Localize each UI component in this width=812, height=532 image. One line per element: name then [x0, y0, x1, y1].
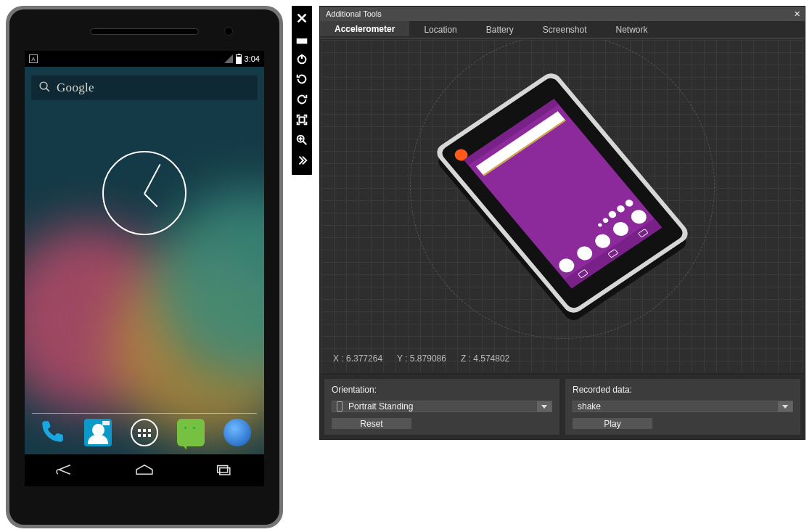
panel-bottom-form: Orientation: Portrait Standing Reset Rec… [320, 374, 805, 439]
recorded-data-group: Recorded data: shake Play [565, 379, 800, 435]
keyboard-indicator: A [29, 54, 38, 63]
home-button[interactable] [134, 462, 155, 480]
power-icon[interactable] [292, 49, 312, 69]
dock-divider [32, 413, 257, 414]
browser-app-icon[interactable] [223, 419, 251, 446]
single-window-icon[interactable] [292, 28, 312, 49]
panel-tabs: Accelerometer Location Battery Screensho… [320, 21, 805, 38]
recorded-data-value: shake [578, 401, 601, 412]
portrait-icon [337, 401, 343, 412]
coord-y: Y : 5.879086 [397, 353, 446, 364]
coord-z: Z : 4.574802 [461, 353, 509, 364]
svg-line-1 [46, 89, 49, 91]
accelerometer-coords: X : 6.377264 Y : 5.879086 Z : 4.574802 [333, 353, 509, 364]
contacts-app-icon[interactable] [84, 419, 112, 446]
tab-battery[interactable]: Battery [472, 21, 528, 38]
rotate-ccw-icon[interactable] [292, 69, 312, 89]
more-icon[interactable] [292, 150, 312, 171]
emulator-toolbar [292, 6, 312, 175]
svg-rect-4 [298, 39, 307, 43]
signal-icon [224, 54, 233, 63]
svg-rect-3 [218, 465, 228, 472]
recorded-data-label: Recorded data: [573, 385, 793, 395]
android-nav-bar [25, 454, 264, 486]
phone-app-icon[interactable] [38, 419, 65, 446]
tab-network[interactable]: Network [601, 21, 662, 38]
coord-x: X : 6.377264 [333, 353, 382, 364]
svg-rect-2 [220, 467, 230, 474]
recents-button[interactable] [214, 462, 234, 480]
orientation-group: Orientation: Portrait Standing Reset [324, 379, 559, 435]
device-speaker [90, 28, 199, 35]
clock-hour-hand [144, 193, 157, 207]
device-screen[interactable]: A 3:04 Google [25, 51, 264, 486]
search-icon [38, 81, 51, 95]
device-body: A 3:04 Google [9, 9, 279, 525]
recorded-data-select[interactable]: shake [573, 401, 793, 412]
orientation-select[interactable]: Portrait Standing [332, 401, 552, 412]
tab-location[interactable]: Location [409, 21, 471, 38]
additional-tools-panel: Additional Tools ✕ Accelerometer Locatio… [319, 6, 805, 440]
panel-titlebar[interactable]: Additional Tools ✕ [320, 7, 805, 21]
svg-point-0 [40, 82, 47, 89]
svg-rect-7 [299, 117, 304, 122]
back-button[interactable] [54, 462, 75, 480]
dock [32, 417, 257, 449]
chevron-down-icon[interactable] [537, 401, 551, 412]
search-widget[interactable]: Google [31, 75, 258, 100]
panel-title-text: Additional Tools [326, 9, 382, 18]
rotate-cw-icon[interactable] [292, 89, 312, 110]
orientation-value: Portrait Standing [348, 401, 413, 412]
analog-clock-widget[interactable] [102, 151, 186, 235]
messaging-app-icon[interactable] [177, 419, 205, 446]
device-camera [224, 27, 233, 36]
chevron-down-icon[interactable] [778, 401, 792, 412]
clock-text: 3:04 [245, 54, 260, 63]
accelerometer-stage[interactable]: X : 6.377264 Y : 5.879086 Z : 4.574802 [321, 40, 803, 372]
emulator-device-frame: A 3:04 Google [6, 6, 283, 528]
zoom-icon[interactable] [292, 130, 312, 150]
status-bar[interactable]: A 3:04 [25, 51, 264, 67]
battery-icon [236, 54, 242, 64]
tab-accelerometer[interactable]: Accelerometer [320, 21, 409, 38]
tab-screenshot[interactable]: Screenshot [528, 21, 602, 38]
panel-close-icon[interactable]: ✕ [792, 9, 802, 19]
reset-button[interactable]: Reset [332, 418, 411, 429]
all-apps-icon[interactable] [131, 419, 158, 446]
clock-minute-hand [144, 164, 160, 195]
svg-line-9 [303, 142, 307, 145]
close-icon[interactable] [292, 8, 312, 28]
orientation-label: Orientation: [332, 385, 552, 395]
fit-screen-icon[interactable] [292, 110, 312, 130]
search-placeholder: Google [57, 81, 94, 95]
play-button[interactable]: Play [573, 418, 652, 429]
